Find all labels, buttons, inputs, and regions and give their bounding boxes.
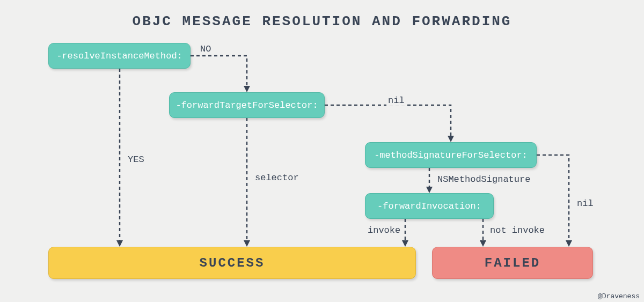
credit-text: @Draveness	[598, 292, 640, 300]
edge-label-invoke: invoke	[366, 225, 402, 235]
result-failed: FAILED	[432, 247, 593, 279]
result-success: SUCCESS	[48, 247, 416, 279]
edge-label-selector: selector	[253, 173, 301, 183]
node-label: -forwardTargetForSelector:	[175, 100, 318, 111]
node-forward-invocation: -forwardInvocation:	[365, 193, 494, 219]
edge-label-nil: nil	[386, 95, 406, 106]
svg-marker-1	[116, 240, 123, 247]
edge-label-not-invoke: not invoke	[488, 225, 546, 235]
result-label: FAILED	[485, 256, 540, 270]
svg-marker-0	[244, 86, 250, 92]
result-label: SUCCESS	[200, 256, 265, 270]
edge-label-yes: YES	[126, 154, 146, 165]
edge-label-nil-2: nil	[575, 198, 595, 209]
svg-marker-4	[426, 187, 433, 193]
diagram-title: OBJC MESSAGE RESOLUTION AND FORWARDING	[0, 0, 644, 30]
svg-marker-5	[566, 240, 572, 247]
node-resolve-instance-method: -resolveInstanceMethod:	[48, 43, 191, 69]
edge-label-nsmethodsignature: NSMethodSignature	[436, 174, 532, 185]
node-forward-target: -forwardTargetForSelector:	[169, 92, 325, 118]
edge-label-no: NO	[199, 44, 213, 54]
svg-marker-3	[244, 240, 250, 247]
svg-marker-6	[402, 240, 408, 247]
node-label: -resolveInstanceMethod:	[56, 51, 182, 61]
node-method-signature: -methodSignatureForSelector:	[365, 142, 537, 168]
node-label: -methodSignatureForSelector:	[374, 150, 528, 160]
node-label: -forwardInvocation:	[377, 201, 481, 211]
svg-marker-7	[480, 240, 486, 247]
svg-marker-2	[448, 136, 454, 142]
